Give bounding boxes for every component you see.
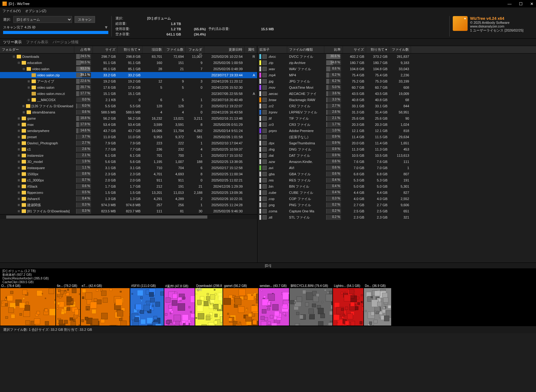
ext-row[interactable]: .dvccDVCC ファイル30.6 %402.2 GB373.2 GB281,… (257, 53, 536, 60)
ext-row[interactable]: .pngPNG ファイル0.2 %2.7 GB2.7 GB9,606 (257, 202, 536, 208)
treemap-blocks[interactable]: O... (78.4 GB)1... (40.3 GB)6e... (78.2 … (0, 283, 536, 326)
expander-icon[interactable]: ⊞ (17, 148, 20, 151)
tab-tree[interactable]: ツリー表示 (3, 40, 22, 45)
treemap[interactable]: [D:] ボリューム (1.2 TB)動画素材\ (607.2 GB)Davin… (0, 269, 536, 326)
tree-row[interactable]: ⊞video salon20.7 %17.6 GB17.6 GB5502024/… (0, 84, 257, 91)
tree-row[interactable]: ⊞[126 ファイル D:\Download6.0 %5.5 GB5.5 GB1… (0, 103, 257, 109)
treemap-group[interactable]: 6e... (78.2 GB) (56, 283, 80, 326)
tree-row[interactable]: ⊞アーカイブ22.6 %19.2 GB19.2 GB12932024/12/26… (0, 78, 257, 84)
tree-row[interactable]: ⊞instaresize2.1 %6.1 GB6.1 GB70170012025… (0, 152, 257, 159)
ext-row[interactable]: (拡張子なし)0.9 %11.4 GB11.5 GB29,634 (257, 134, 536, 140)
ext-row[interactable]: .dngDNG ファイル0.9 %11.3 GB11.3 GB453 (257, 146, 536, 152)
tree-row[interactable]: ⊞flipperzero0.5 %1.5 GB1.5 GB13,20111,01… (0, 190, 257, 196)
expander-icon[interactable]: ⊞ (22, 111, 25, 114)
expander-icon[interactable]: ⊞ (17, 173, 20, 176)
ext-row[interactable]: .lrprevLRPREV ファイル2.6 %31.3 GB31.4 GB58,… (257, 109, 536, 115)
ext-row[interactable]: .datDAT ファイル0.9 %10.5 GB10.5 GB113,613 (257, 152, 536, 159)
expander-icon[interactable]: ⊞ (17, 154, 20, 157)
expander-icon[interactable]: ⊞ (17, 142, 20, 145)
expander-icon[interactable]: ⊞ (17, 123, 20, 126)
treemap-group[interactable]: O... (78.4 GB)1... (40.3 GB) (0, 283, 56, 326)
hdr-pct[interactable]: 占有率 (74, 46, 93, 53)
expander-icon[interactable]: ⊟ (17, 61, 20, 64)
maximize-button[interactable]: ☐ (519, 2, 523, 6)
ext-row[interactable]: .cr2CR2 ファイル2.7 %33.1 GB33.1 GB844 (257, 103, 536, 109)
tree-row[interactable]: ⊞1500px0.8 %2.3 GB2.3 GB4,7014,69382025/… (0, 171, 257, 177)
ext-row[interactable]: .cubeCUBE ファイル0.4 %4.4 GB4.4 GB827 (257, 190, 536, 196)
treemap-group[interactable]: sendan... (43.7 GB) (258, 283, 289, 326)
ext-row[interactable]: .stlSTL ファイル0.2 %2.3 GB2.3 GB321 (257, 214, 536, 220)
hdr-files[interactable]: ファイル数 (164, 46, 186, 53)
ext-row[interactable]: .aviAVI0.6 %7.0 GB7.0 GB1 (257, 165, 536, 171)
treemap-group[interactable]: Downloads\ (298.8 GB)educa... (91.1 GB)v… (195, 283, 223, 326)
tree-row[interactable]: ⊞[81 ファイル D:\Downloads]0.3 %823.5 MB823.… (0, 208, 257, 214)
expander-icon[interactable]: ⊞ (17, 117, 20, 120)
expander-icon[interactable]: ⊞ (17, 166, 20, 169)
treemap-group[interactable]: e7... (42.4 GB)83... (35.8 GB)a... (35.8… (80, 283, 130, 326)
ext-row[interactable]: .wavWAV ファイル8.6 %104.8 GB104.8 GB33,043 (257, 66, 536, 72)
expander-icon[interactable]: ⊟ (22, 67, 25, 70)
menu-file[interactable]: ファイル(Y) (2, 9, 21, 13)
expander-icon[interactable]: ⊞ (27, 80, 30, 83)
expander-icon[interactable]: ⊞ (17, 191, 20, 194)
tree-row[interactable]: ⊞steam&banana0.6 %588.5 MB588.5 MB440202… (0, 109, 257, 115)
hdr-folder[interactable]: フォルダー (0, 46, 74, 53)
hdr-type[interactable]: ファイルの種類 (287, 46, 324, 53)
hdr-ratio[interactable]: 比率 (324, 46, 343, 53)
treemap-group[interactable]: $RECYCLE.BIN\ (79.4 GB)S-1-5-21-31932100… (289, 283, 333, 326)
hdr-ext-files[interactable]: ファイル数 (389, 46, 411, 53)
tree-row[interactable]: ⊞#Slack0.6 %1.7 GB1.7 GB212191212024/12/… (0, 183, 257, 190)
treemap-group[interactable]: #案件\ (47.8 GB)Pre... (42.4 GB) (164, 283, 195, 326)
expander-icon[interactable]: ⊟ (12, 55, 15, 58)
expander-icon[interactable]: ⊞ (17, 129, 20, 132)
expander-icon[interactable]: ⊞ (17, 179, 20, 182)
expander-icon[interactable]: ⊞ (17, 160, 20, 163)
expander-icon[interactable]: ⊞ (17, 135, 20, 138)
close-button[interactable]: ✕ (530, 2, 534, 6)
treemap-group[interactable]: Lightro... (54.1 GB)TEMP\ (41.2 GB)Adobe… (333, 283, 364, 326)
hdr-size[interactable]: サイズ (93, 46, 118, 53)
ext-row[interactable]: .azwAmazon.Kindle.0.6 %7.6 GB7.6 GB111 (257, 159, 536, 165)
tree-row[interactable]: ⊞3D_model1.9 %5.6 GB5.6 GB1,1951,0071882… (0, 159, 257, 165)
hdr-attr[interactable]: 属性 (244, 46, 257, 53)
ext-row[interactable]: .cr3CR3 ファイル1.7 %20.3 GB20.3 GB1,024 (257, 121, 536, 128)
tree-row[interactable]: ⊞sendanywhere14.6 %43.7 GB43.7 GB16,0961… (0, 128, 257, 134)
tree-row[interactable]: ⊞Davinci_Photograph2.7 %7.9 GB7.9 GB2232… (0, 140, 257, 146)
filter-icon[interactable]: ▼ (104, 25, 108, 30)
hdr-ext-size[interactable]: サイズ (343, 46, 366, 53)
tree-row[interactable]: video salon.mov.zi17.7 %15.1 GB15.1 GB20… (0, 91, 257, 97)
tree-row[interactable]: ⊞max17.9 %53.4 GB53.4 GB3,5993,59182025/… (0, 121, 257, 128)
tree-row[interactable]: ⊞__MACOSX0.0 %2.1 KB06512023/07/18 20:40… (0, 97, 257, 103)
scan-button[interactable]: スキャン (75, 16, 95, 23)
tab-version[interactable]: バージョン情報 (53, 40, 79, 45)
expander-icon[interactable]: ⊞ (27, 98, 30, 101)
ext-row[interactable]: .copCOP ファイル0.3 %4.0 GB4.0 GB2,552 (257, 196, 536, 202)
ext-row[interactable]: .tifTIF ファイル2.1 %25.6 GB25.6 GB90 (257, 115, 536, 121)
tree-row[interactable]: ⊞c1_3000px0.7 %2.0 GB2.0 GB91191102025/0… (0, 177, 257, 183)
ext-row[interactable]: .aecacAECACHE ファイ3.6 %43.5 GB43.5 GB19,0… (257, 91, 536, 97)
tree-row[interactable]: ⊟education30.5 %91.1 GB91.1 GB1601519202… (0, 60, 257, 66)
ext-row[interactable]: .gbaGBA ファイル0.6 %6.8 GB6.8 GB807 (257, 171, 536, 177)
expander-icon[interactable]: ⊞ (22, 104, 25, 108)
ext-row[interactable]: .jpgJPG ファイル6.2 %75.2 GB75.3 GB33,199 (257, 78, 536, 84)
hdr-items[interactable]: 項目数 (142, 46, 164, 53)
tree-row[interactable]: ⊞c12.6 %7.7 GB7.7 GB23623242025/02/25 10… (0, 146, 257, 152)
hdr-ext[interactable]: 拡張子 (257, 46, 287, 53)
ext-row[interactable]: .prproAdobe Premiere1.0 %12.1 GB12.1 GB8… (257, 128, 536, 134)
tree-row[interactable]: ⊟Downloads24.5 %298.7 GB298.8 GB83,70172… (0, 53, 257, 60)
tree-h-scrollbar[interactable] (0, 214, 257, 219)
expander-icon[interactable]: ⊞ (17, 203, 20, 207)
expander-icon[interactable]: ⊞ (17, 197, 20, 200)
tab-file[interactable]: ファイル表示 (26, 40, 48, 45)
treemap-group[interactable]: Do... (36.9 GB) (364, 283, 391, 326)
hdr-alloc[interactable]: 割り当て ▾ (118, 46, 142, 53)
tree-row[interactable]: ⊟video salon93.3 %85.1 GB85.1 GB28217202… (0, 66, 257, 72)
ext-row[interactable]: .zipzip Archive14.8 %180.7 GB180.7 GB9,1… (257, 60, 536, 66)
expander-icon[interactable]: ⊞ (27, 86, 30, 89)
menu-options[interactable]: オプション(Z) (25, 9, 46, 13)
tree-body[interactable]: ⊟Downloads24.5 %298.7 GB298.8 GB83,70172… (0, 53, 257, 214)
url-text[interactable]: www.diskanalyzer.com (470, 24, 523, 28)
tree-row[interactable]: ⊞建築関係0.3 %974.3 MB974.8 MB25725612025/02… (0, 202, 257, 208)
expander-icon[interactable]: ⊞ (17, 210, 20, 213)
tree-row[interactable]: ⊞preset3.7 %11.0 GB11.0 GB9,9539,3725812… (0, 134, 257, 140)
